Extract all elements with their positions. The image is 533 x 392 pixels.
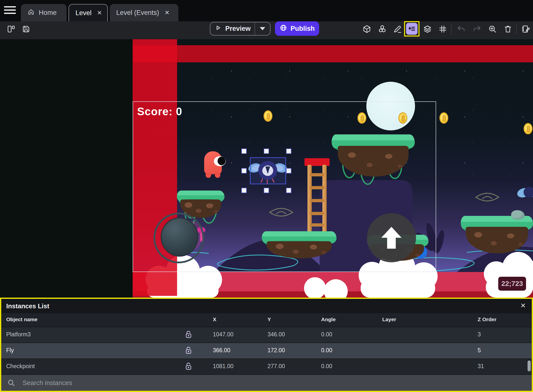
object-groups-icon[interactable]: [377, 24, 387, 34]
redo-icon[interactable]: [472, 24, 482, 34]
cell-angle: 0.00: [321, 347, 332, 354]
table-row[interactable]: Platform3 1047.00 346.00 0.00 3: [1, 327, 532, 343]
column-x[interactable]: X: [213, 316, 216, 322]
coin-object[interactable]: [524, 123, 533, 134]
tab-level-events[interactable]: Level (Events) ✕: [110, 4, 178, 21]
tab-bar: Home Level ✕ Level (Events) ✕: [0, 0, 533, 21]
globe-icon: [279, 24, 287, 34]
panel-title: Instances List: [6, 302, 49, 310]
column-angle[interactable]: Angle: [321, 316, 336, 322]
cell-object-name: Platform3: [6, 331, 31, 338]
cell-y: 277.00: [267, 363, 285, 370]
tab-level-label: Level: [76, 9, 92, 17]
camera-frame-border: [133, 101, 436, 272]
instances-list-icon[interactable]: [406, 23, 418, 35]
column-layer[interactable]: Layer: [382, 316, 396, 322]
cell-z-order: 3: [478, 331, 481, 338]
publish-label: Publish: [291, 25, 315, 33]
tab-home-label: Home: [39, 9, 57, 17]
properties-editor-icon[interactable]: [521, 24, 531, 34]
cell-x: 1081.00: [213, 363, 233, 370]
column-y[interactable]: Y: [267, 316, 271, 322]
undo-icon[interactable]: [456, 24, 466, 34]
table-row[interactable]: Checkpoint 1081.00 277.00 0.00 31: [1, 359, 532, 374]
preview-options-button[interactable]: [255, 22, 270, 35]
lock-open-icon[interactable]: [185, 346, 192, 356]
chevron-down-icon: [260, 27, 265, 30]
tab-level[interactable]: Level ✕: [69, 4, 108, 21]
cell-z-order: 5: [478, 347, 481, 354]
play-icon: [214, 24, 222, 33]
preview-label: Preview: [225, 25, 251, 33]
scrollbar-thumb[interactable]: [528, 360, 531, 371]
instances-list-icon-highlight: [404, 21, 419, 37]
app-window: Home Level ✕ Level (Events) ✕ Preview: [0, 0, 533, 392]
scene-canvas[interactable]: Score: 0 22;723: [0, 39, 533, 298]
close-icon[interactable]: ✕: [520, 302, 526, 310]
cell-x: 1047.00: [213, 331, 233, 338]
cell-angle: 0.00: [321, 363, 332, 370]
tab-home[interactable]: Home: [21, 4, 67, 21]
menu-icon[interactable]: [4, 6, 16, 15]
cell-y: 172.00: [267, 347, 285, 354]
cell-object-name: Fly: [6, 347, 14, 354]
publish-button[interactable]: Publish: [275, 21, 319, 36]
search-input[interactable]: [22, 377, 247, 388]
cursor-coordinates-badge: 22;723: [498, 277, 526, 291]
table-header: Object name X Y Angle Layer Z Order: [1, 313, 532, 327]
toolbar-divider: [451, 24, 452, 34]
cell-x: 366.00: [213, 347, 230, 354]
score-text-object[interactable]: Score: 0: [137, 105, 182, 118]
cell-y: 346.00: [267, 331, 285, 338]
layout-panels-icon[interactable]: [6, 24, 16, 34]
coin-object[interactable]: [439, 112, 448, 124]
search-icon: [7, 379, 15, 387]
cell-angle: 0.00: [321, 331, 332, 338]
grid-icon[interactable]: [438, 24, 448, 34]
toolbar-divider: [516, 24, 517, 34]
trash-icon[interactable]: [503, 24, 513, 34]
layers-icon[interactable]: [422, 24, 433, 34]
close-icon[interactable]: ✕: [165, 9, 170, 16]
search-bar: [1, 375, 532, 391]
objects-cube-icon[interactable]: [362, 24, 372, 34]
column-z-order[interactable]: Z Order: [478, 316, 496, 322]
instances-panel: Instances List ✕ Object name X Y Angle L…: [0, 298, 533, 392]
home-icon: [27, 8, 35, 17]
table-row-selected[interactable]: Fly 366.00 172.00 0.00 5: [1, 343, 532, 358]
close-icon[interactable]: ✕: [97, 9, 102, 16]
rock-object[interactable]: [511, 210, 525, 220]
tab-level-events-label: Level (Events): [116, 9, 159, 17]
column-object-name[interactable]: Object name: [6, 316, 38, 322]
zoom-in-icon[interactable]: [487, 24, 498, 34]
preview-button[interactable]: Preview: [210, 22, 270, 36]
cell-z-order: 31: [478, 363, 484, 370]
fly-object-edge[interactable]: [517, 185, 533, 202]
cell-object-name: Checkpoint: [6, 363, 35, 370]
lock-open-icon[interactable]: [185, 330, 192, 340]
platform-right[interactable]: [461, 216, 533, 253]
save-icon[interactable]: [21, 24, 31, 34]
edit-pen-icon[interactable]: [392, 24, 403, 34]
lock-open-icon[interactable]: [185, 362, 192, 372]
